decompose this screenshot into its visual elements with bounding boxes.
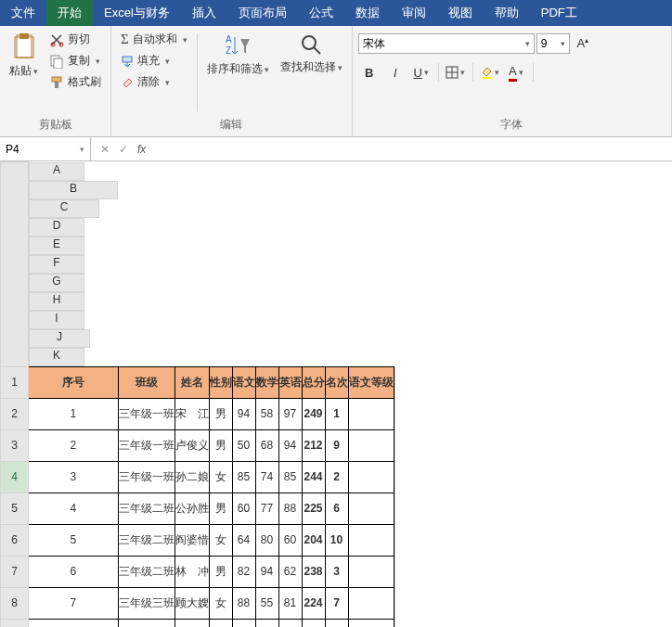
fx-icon[interactable]: fx [137, 143, 146, 156]
cell[interactable]: 62 [278, 556, 302, 587]
cell[interactable]: 94 [232, 398, 255, 429]
increase-font-button[interactable]: A▴ [572, 33, 594, 54]
cell[interactable] [394, 398, 394, 429]
row-header-2[interactable]: 2 [1, 398, 29, 429]
tab-8[interactable]: 视图 [437, 0, 484, 26]
find-select-button[interactable]: 查找和选择 [277, 30, 346, 77]
cell[interactable] [394, 493, 394, 524]
formula-input[interactable] [155, 137, 672, 160]
tab-0[interactable]: 文件 [0, 0, 46, 26]
sort-filter-button[interactable]: AZ 排序和筛选 [203, 30, 273, 79]
cell[interactable]: 男 [209, 556, 232, 587]
cell[interactable]: 8 [29, 619, 119, 627]
cell[interactable]: 男 [209, 619, 232, 627]
cell[interactable] [394, 524, 394, 556]
table-header[interactable]: 语文等级 [348, 366, 394, 398]
cell[interactable]: 85 [232, 461, 255, 493]
confirm-icon[interactable]: ✓ [119, 143, 128, 156]
cell[interactable]: 三年级一班 [118, 461, 174, 493]
table-header[interactable]: 姓名 [174, 366, 209, 398]
table-header[interactable]: 英语 [278, 366, 302, 398]
cell[interactable]: 77 [255, 493, 278, 524]
cell[interactable]: 60 [232, 493, 255, 524]
row-header-6[interactable]: 6 [1, 524, 29, 556]
clear-button[interactable]: 清除 [117, 72, 191, 92]
cell[interactable] [394, 461, 394, 493]
tab-5[interactable]: 公式 [298, 0, 344, 26]
cancel-icon[interactable]: ✕ [100, 143, 110, 156]
cell[interactable]: 74 [255, 461, 278, 493]
cell[interactable]: 6 [29, 556, 119, 587]
cell[interactable]: 50 [232, 429, 255, 461]
col-header-I[interactable]: I [29, 311, 84, 329]
cell[interactable]: 3 [325, 556, 348, 587]
cell[interactable]: 三年级二班 [118, 556, 174, 587]
table-header[interactable]: 班级 [118, 366, 174, 398]
cell[interactable] [394, 619, 394, 627]
bold-button[interactable]: B [358, 62, 381, 83]
tab-4[interactable]: 页面布局 [227, 0, 298, 26]
row-header-4[interactable]: 4 [1, 461, 29, 493]
cell[interactable]: 女 [209, 461, 232, 493]
fill-color-button[interactable] [479, 62, 501, 83]
select-all-corner[interactable] [1, 162, 29, 367]
cell[interactable]: 221 [302, 619, 325, 627]
cell[interactable] [348, 524, 394, 556]
cell[interactable]: 88 [278, 493, 302, 524]
table-header[interactable]: 性别 [209, 366, 232, 398]
row-header-3[interactable]: 3 [1, 429, 29, 461]
border-button[interactable] [445, 62, 467, 83]
col-header-E[interactable]: E [29, 237, 84, 255]
cell[interactable]: 86 [255, 619, 278, 627]
cell[interactable]: 10 [325, 524, 348, 556]
cell[interactable]: 82 [232, 556, 255, 587]
cell[interactable]: 55 [255, 587, 278, 619]
cell[interactable]: 三年级二班 [118, 493, 174, 524]
row-header-5[interactable]: 5 [1, 493, 29, 524]
cell[interactable]: 1 [325, 398, 348, 429]
col-header-H[interactable]: H [29, 292, 84, 311]
cell[interactable]: 64 [232, 524, 255, 556]
cell[interactable]: 81 [278, 587, 302, 619]
underline-button[interactable]: U [410, 62, 433, 83]
cell[interactable]: 宋 江 [174, 398, 209, 429]
tab-2[interactable]: Excel与财务 [93, 0, 181, 26]
cell[interactable]: 59 [232, 619, 255, 627]
autosum-button[interactable]: Σ 自动求和 [117, 30, 191, 49]
cell[interactable]: 公孙胜 [174, 493, 209, 524]
cell[interactable]: 4 [29, 493, 119, 524]
cell[interactable]: 三年级三班 [118, 587, 174, 619]
cell[interactable]: 阎婆惜 [174, 524, 209, 556]
cell[interactable] [348, 619, 394, 627]
cell[interactable]: 5 [29, 524, 119, 556]
col-header-B[interactable]: B [29, 181, 118, 199]
row-header-7[interactable]: 7 [1, 556, 29, 587]
cell[interactable]: 249 [302, 398, 325, 429]
cell[interactable]: 2 [325, 461, 348, 493]
tab-3[interactable]: 插入 [181, 0, 227, 26]
cell[interactable]: 3 [29, 461, 119, 493]
cell[interactable]: 60 [278, 524, 302, 556]
cell[interactable]: 三年级三班 [118, 619, 174, 627]
col-header-C[interactable]: C [29, 199, 99, 218]
cell[interactable]: 212 [302, 429, 325, 461]
col-header-J[interactable]: J [29, 329, 90, 348]
row-header-1[interactable]: 1 [1, 366, 29, 398]
cell[interactable]: 女 [209, 587, 232, 619]
paste-button[interactable]: 粘贴 [6, 30, 42, 81]
cell[interactable]: 女 [209, 524, 232, 556]
cell[interactable]: 88 [232, 587, 255, 619]
cell[interactable]: 97 [278, 398, 302, 429]
cell[interactable]: 224 [302, 587, 325, 619]
cell[interactable]: 225 [302, 493, 325, 524]
cell[interactable]: 76 [278, 619, 302, 627]
cell[interactable]: 呼延灼 [174, 619, 209, 627]
name-box[interactable]: P4 ▾ [0, 137, 91, 160]
cell[interactable]: 9 [325, 429, 348, 461]
tab-6[interactable]: 数据 [344, 0, 391, 26]
cell[interactable]: 男 [209, 429, 232, 461]
cell[interactable]: 80 [255, 524, 278, 556]
cell[interactable]: 三年级二班 [118, 524, 174, 556]
col-header-A[interactable]: A [29, 162, 84, 181]
tab-10[interactable]: PDF工 [530, 0, 588, 26]
